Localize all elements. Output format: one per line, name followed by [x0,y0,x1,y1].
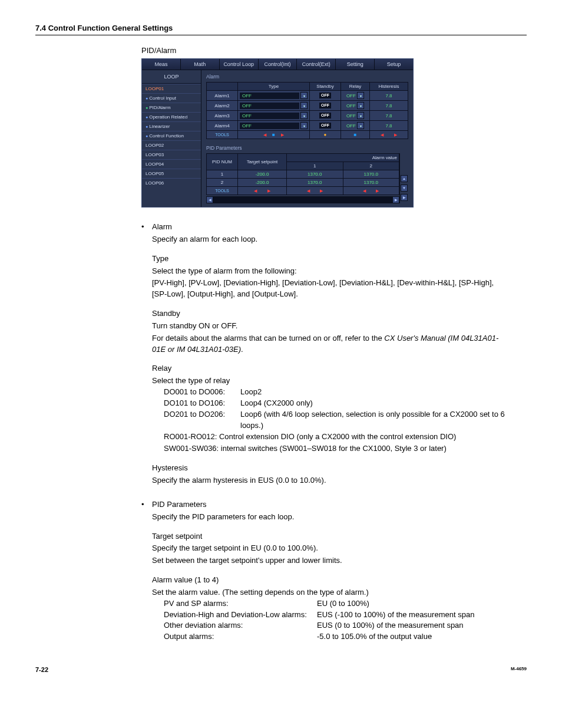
alarm-tools-hyst[interactable] [370,131,408,139]
sidebar-item[interactable]: Control Function [142,131,201,140]
alarm-standby-cell[interactable]: OFF [310,111,341,121]
manual-number: M-4659 [511,666,527,673]
alarm-th-standby: Standby [310,83,341,91]
sidebar-item[interactable]: Control Input [142,93,201,103]
pid-tsp[interactable]: -200.0 [238,170,287,179]
pid-v1[interactable]: 1370.0 [287,170,343,179]
h-scrollbar[interactable]: ◀▶ [206,196,399,203]
page-number: 7-22 [35,666,48,673]
alarm-table: Type Standby Relay Histeresis Alarm1OFF▾… [206,82,408,139]
alarm-type-cell[interactable]: OFF▾ [238,121,310,131]
tab-setup[interactable]: Setup [375,59,413,70]
tab-setting[interactable]: Setting [336,59,375,70]
chevron-down-icon[interactable]: ▾ [300,102,308,109]
hyst-heading: Hysteresis [152,463,509,474]
alarm-type-cell[interactable]: OFF▾ [238,101,310,111]
alarm-value-definition: Output alarms:-5.0 to 105.0% of the outp… [164,631,509,643]
chevron-down-icon[interactable]: ▾ [357,102,364,109]
alarm-name: Alarm4 [207,121,238,131]
alarm-standby-cell[interactable]: OFF [310,121,341,131]
alarm-hyst-cell[interactable]: 7.8 [370,91,408,101]
alarm-relay-cell[interactable]: OFF ▾ [341,121,370,131]
tab-math[interactable]: Math [181,59,220,70]
alarm-hyst-cell[interactable]: 7.8 [370,101,408,111]
chevron-down-icon[interactable]: ▾ [300,92,308,99]
standby-line2: For details about the alarms that can be… [152,333,509,355]
alarm-row: Alarm4OFF▾OFFOFF ▾7.8 [207,121,408,131]
tsp-heading: Target setpoint [152,531,509,542]
alarm-tools-type[interactable]: ■ [238,131,310,139]
chevron-down-icon[interactable]: ▾ [300,112,308,119]
bullet-icon: • [141,222,152,233]
sidebar-item[interactable]: LOOP03 [142,150,201,159]
pid-tools-tsp[interactable] [238,187,287,195]
tab-control-int[interactable]: Control(Int) [259,59,297,70]
alarm-relay-cell[interactable]: OFF ▾ [341,111,370,121]
alarm-group-label: Alarm [206,74,408,80]
alarm-hyst-cell[interactable]: 7.8 [370,121,408,131]
pid-th-2: 2 [343,162,399,170]
sidebar-item[interactable]: LOOP02 [142,140,201,150]
scroll-up-icon[interactable]: ▲ [401,175,408,182]
sidebar-item[interactable]: LOOP05 [142,169,201,178]
pid-alarm-title: PID/Alarm [141,46,527,55]
alarm-type-cell[interactable]: OFF▾ [238,91,310,101]
chevron-down-icon[interactable]: ▾ [357,122,364,129]
pid-num: 2 [207,179,238,187]
relay-sw: SW001-SW036: internal switches (SW001–SW… [164,443,509,454]
relay-definition: DO101 to DO106:Loop4 (CX2000 only) [164,398,509,409]
sidebar-item[interactable]: Linearizer [142,121,201,131]
pid-tools-1[interactable] [287,187,343,195]
alarm-relay-cell[interactable]: OFF ▾ [341,101,370,111]
sidebar-item[interactable]: PID/Alarm [142,103,201,112]
alarm-value-line1: Set the alarm value. (The setting depend… [152,587,509,598]
bullet-icon: • [141,499,152,510]
pid-tsp[interactable]: -200.0 [238,179,287,187]
alarm-th-hysteresis: Histeresis [370,83,408,91]
alarm-row: Alarm3OFF▾OFFOFF ▾7.8 [207,111,408,121]
pid-num: 1 [207,170,238,179]
relay-heading: Relay [152,363,509,374]
alarm-hyst-cell[interactable]: 7.8 [370,111,408,121]
pid-v2[interactable]: 1370.0 [343,179,399,187]
pid-v2[interactable]: 1370.0 [343,170,399,179]
alarm-tools-standby[interactable]: ● [310,131,341,139]
alarm-desc: Specify an alarm for each loop. [152,234,509,245]
sidebar-item[interactable]: LOOP04 [142,159,201,169]
pid-group-label: PID Parameters [206,145,408,151]
scroll-end-icon[interactable]: ▶ [401,194,408,201]
alarm-relay-cell[interactable]: OFF ▾ [341,91,370,101]
alarm-th-type: Type [238,83,310,91]
pid-table: PID NUM Target setpoint Alarm value 1 2 … [206,153,399,195]
tab-control-loop[interactable]: Control Loop [220,59,259,70]
pid-row: 2-200.01370.01370.0 [207,179,399,187]
chevron-down-icon[interactable]: ▾ [300,122,308,129]
chevron-down-icon[interactable]: ▾ [357,92,364,99]
relay-definition: DO201 to DO206:Loop6 (with 4/6 loop sele… [164,409,509,431]
type-line1: Select the type of alarm from the follow… [152,266,509,277]
section-header: 7.4 Control Function General Settings [35,24,527,35]
tab-control-ext[interactable]: Control(Ext) [297,59,336,70]
alarm-standby-cell[interactable]: OFF [310,101,341,111]
alarm-type-cell[interactable]: OFF▾ [238,111,310,121]
alarm-row: Alarm1OFF▾OFFOFF ▾7.8 [207,91,408,101]
alarm-standby-cell[interactable]: OFF [310,91,341,101]
alarm-value-definition: Other deviation alarms:EUS (0 to 100%) o… [164,620,509,631]
pid-tools-label: TOOLS [207,187,238,195]
alarm-tools-relay[interactable]: ■ [341,131,370,139]
sidebar-item[interactable]: Operation Related [142,112,201,121]
tab-meas[interactable]: Meas [142,59,181,70]
standby-heading: Standby [152,308,509,319]
pid-tools-2[interactable] [343,187,399,195]
alarm-value-heading: Alarm value (1 to 4) [152,575,509,586]
scroll-down-icon[interactable]: ▼ [401,185,408,192]
pid-params-heading: PID Parameters [152,499,206,510]
pid-v1[interactable]: 1370.0 [287,179,343,187]
sidebar-item[interactable]: LOOP01 [142,84,201,93]
pid-row: 1-200.01370.01370.0 [207,170,399,179]
chevron-down-icon[interactable]: ▾ [357,112,364,119]
pid-th-tsp: Target setpoint [238,154,287,170]
v-scrollbar[interactable]: ▲ ▼ ▶ [399,153,408,203]
alarm-name: Alarm3 [207,111,238,121]
sidebar-item[interactable]: LOOP06 [142,178,201,187]
